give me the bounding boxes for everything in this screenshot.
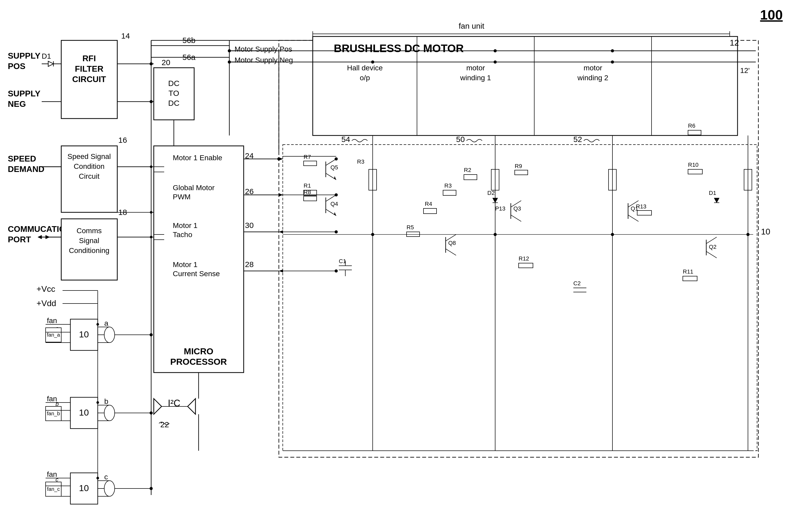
vcc-label: +Vcc xyxy=(37,284,55,293)
node26-label: 26 xyxy=(245,187,253,196)
r1-label: R1 xyxy=(304,183,311,189)
node16-label: 16 xyxy=(118,136,127,144)
speed-demand-label2: DEMAND xyxy=(8,165,44,174)
d1b-label: D1 xyxy=(709,190,716,196)
r10-label: R10 xyxy=(688,162,698,168)
supply-neg-label: SUPPLY xyxy=(8,89,40,98)
junc-1900-195 xyxy=(494,49,497,52)
hall-device-label1: Hall device xyxy=(347,64,383,72)
dc-to-dc-text3: DC xyxy=(168,99,179,107)
q3-label: Q3 xyxy=(513,205,521,212)
junc-fan-a1 xyxy=(96,323,99,326)
node12p-label: 12' xyxy=(740,66,750,75)
motor1-tacho-label: Motor 1 xyxy=(173,222,197,229)
junc-880-195 xyxy=(228,49,231,52)
junction-fan-a xyxy=(150,333,153,336)
junction-fan-c xyxy=(150,487,153,490)
r5-label: R5 xyxy=(407,224,414,231)
speed-signal-text3: Circuit xyxy=(79,172,99,180)
motor-winding1-label2: winding 1 xyxy=(460,74,491,82)
micro-processor-label: MICRO xyxy=(184,346,213,356)
r4-label: R4 xyxy=(425,201,432,207)
c2-label: C2 xyxy=(573,280,581,287)
rfi-filter-text2: FILTER xyxy=(75,64,103,74)
comms-signal-text1: Comms xyxy=(77,227,102,235)
junc-1070-610 xyxy=(277,157,280,160)
motor-winding1-label: motor xyxy=(466,64,485,72)
micro-processor-label2: PROCESSOR xyxy=(170,357,227,366)
fan-c-box-label: fan_c xyxy=(47,486,60,492)
fan-b-unit-label: 10 xyxy=(79,407,89,417)
comm-port-label2: PORT xyxy=(8,235,31,244)
rfi-filter-text1: RFI xyxy=(82,54,96,63)
comms-signal-text3: Conditioning xyxy=(69,246,110,254)
supply-neg-label2: NEG xyxy=(8,99,26,109)
node-c-label: c xyxy=(104,473,108,481)
fan-c-unit-label: 10 xyxy=(79,483,89,493)
reference-number: 100 xyxy=(760,7,783,22)
r2-label: R2 xyxy=(464,167,471,173)
node20-label: 20 xyxy=(162,58,170,67)
q4-label: Q4 xyxy=(331,201,338,207)
r3-label: R3 xyxy=(444,183,452,189)
junc-2350-238 xyxy=(611,60,614,63)
q2-label: Q2 xyxy=(709,244,716,250)
junc-580-640 xyxy=(150,166,152,168)
hall-device-label2: o/p xyxy=(360,74,370,82)
comms-signal-text2: Signal xyxy=(79,236,99,245)
junc-880-238 xyxy=(228,60,231,63)
fan-unit-label: fan unit xyxy=(459,22,485,30)
global-motor-pwm-label1: Global Motor xyxy=(173,184,214,192)
junction-main-bot xyxy=(150,100,153,103)
fan-a-box-label: fan_a xyxy=(47,332,60,338)
fan-a-label: fan xyxy=(47,317,57,325)
motor-supply-neg-label: Motor Supply Neg xyxy=(234,56,293,64)
node-b-label: b xyxy=(104,397,108,405)
node52-label: 52 xyxy=(573,135,582,144)
junc-1430-238 xyxy=(371,60,374,63)
motor1-current-label1: Motor 1 xyxy=(173,261,197,269)
fan-b-box-label: fan_b xyxy=(47,411,60,417)
dc-to-dc-text2: TO xyxy=(168,89,179,97)
node10-label: 10 xyxy=(761,227,770,236)
i2c-label: I²C xyxy=(168,398,180,408)
r7-label: R7 xyxy=(304,154,311,160)
r-hall-label: R3 xyxy=(357,158,364,165)
node30-label: 30 xyxy=(245,221,253,229)
r6-label: R6 xyxy=(688,122,695,129)
c1-label: C1 xyxy=(339,258,346,264)
junc-580-910 xyxy=(150,236,152,239)
rfi-filter-text3: CIRCUIT xyxy=(72,75,106,84)
p13-label: P13 xyxy=(495,205,505,212)
vdd-label: +Vdd xyxy=(37,299,56,308)
circuit-diagram: 100 SUPPLY POS D1 SUPPLY NEG SPEED DEMAN… xyxy=(0,0,792,532)
node12-label: 12 xyxy=(730,38,739,48)
global-motor-pwm-label2: PWM xyxy=(173,193,190,201)
junc-1900-238 xyxy=(494,60,497,63)
r8-label: R8 xyxy=(304,189,311,195)
motor1-current-label2: Current Sense xyxy=(173,270,220,278)
supply-pos-label2: POS xyxy=(8,61,25,71)
d1-label: D1 xyxy=(42,52,51,60)
junction-610 xyxy=(335,157,338,160)
node14-label: 14 xyxy=(121,32,130,40)
motor-winding2-label: motor xyxy=(584,64,602,72)
junc-fan-c1 xyxy=(96,477,99,479)
microprocessor-box xyxy=(154,146,244,373)
brushless-motor-text: BRUSHLESS DC MOTOR xyxy=(334,42,464,54)
speed-signal-text2: Condition xyxy=(74,162,105,170)
r9-label: R9 xyxy=(515,163,522,169)
junc-2350-195 xyxy=(611,49,614,52)
node-a-label: a xyxy=(104,319,108,327)
motor-supply-pos-label: Motor Supply Pos xyxy=(234,45,292,53)
q8-label: Q8 xyxy=(448,240,456,246)
motor-winding2-label2: winding 2 xyxy=(577,74,608,82)
dc-to-dc-text1: DC xyxy=(168,79,179,88)
r13-label: R13 xyxy=(636,203,646,210)
r12-label: R12 xyxy=(518,255,529,262)
junc-580-815 xyxy=(150,211,152,214)
speed-signal-text1: Speed Signal xyxy=(68,152,111,160)
motor1-enable-label: Motor 1 Enable xyxy=(173,154,222,162)
speed-demand-label: SPEED xyxy=(8,154,36,163)
d2-label: D2 xyxy=(487,190,495,196)
